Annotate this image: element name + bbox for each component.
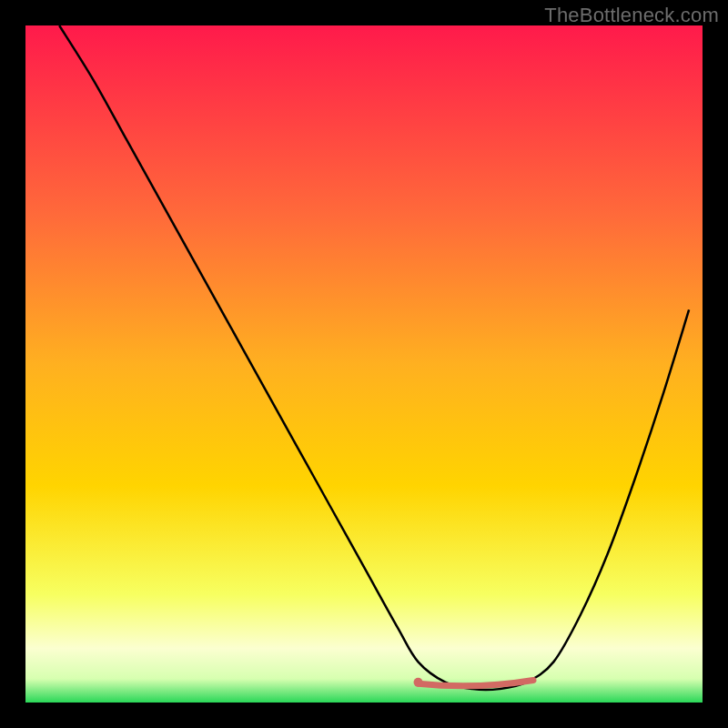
watermark-text: TheBottleneck.com	[544, 4, 719, 27]
minimum-dot	[414, 678, 423, 687]
chart-frame: TheBottleneck.com	[0, 0, 728, 728]
plot-area	[25, 25, 703, 703]
bottleneck-curve	[59, 25, 689, 690]
minimum-marker	[419, 680, 533, 685]
curve-layer	[25, 25, 703, 703]
